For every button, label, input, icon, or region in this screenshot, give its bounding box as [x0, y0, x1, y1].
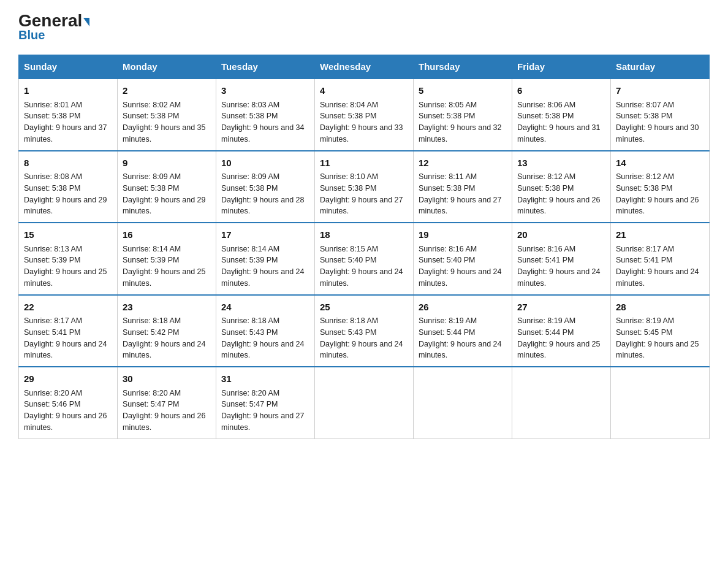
calendar-day-cell: 20 Sunrise: 8:16 AMSunset: 5:41 PMDaylig…: [512, 223, 611, 295]
day-number: 14: [616, 156, 704, 170]
day-info: Sunrise: 8:05 AMSunset: 5:38 PMDaylight:…: [419, 101, 502, 144]
calendar-day-cell: 24 Sunrise: 8:18 AMSunset: 5:43 PMDaylig…: [216, 295, 315, 367]
calendar-day-cell: 17 Sunrise: 8:14 AMSunset: 5:39 PMDaylig…: [216, 223, 315, 295]
day-info: Sunrise: 8:13 AMSunset: 5:39 PMDaylight:…: [24, 245, 107, 288]
calendar-day-cell: 29 Sunrise: 8:20 AMSunset: 5:46 PMDaylig…: [19, 367, 118, 439]
calendar-header-row: SundayMondayTuesdayWednesdayThursdayFrid…: [19, 55, 710, 79]
day-info: Sunrise: 8:08 AMSunset: 5:38 PMDaylight:…: [24, 172, 107, 215]
day-number: 1: [24, 84, 112, 98]
logo: General Blue: [18, 12, 89, 42]
calendar-day-cell: 11 Sunrise: 8:10 AMSunset: 5:38 PMDaylig…: [315, 151, 414, 223]
day-info: Sunrise: 8:07 AMSunset: 5:38 PMDaylight:…: [616, 101, 699, 144]
calendar-day-cell: 23 Sunrise: 8:18 AMSunset: 5:42 PMDaylig…: [118, 295, 216, 367]
day-number: 11: [320, 156, 408, 170]
calendar-day-cell: 25 Sunrise: 8:18 AMSunset: 5:43 PMDaylig…: [315, 295, 414, 367]
calendar-day-cell: 4 Sunrise: 8:04 AMSunset: 5:38 PMDayligh…: [315, 79, 414, 151]
calendar-day-cell: 26 Sunrise: 8:19 AMSunset: 5:44 PMDaylig…: [414, 295, 512, 367]
day-info: Sunrise: 8:19 AMSunset: 5:45 PMDaylight:…: [616, 316, 699, 359]
day-number: 20: [517, 228, 605, 242]
day-number: 22: [24, 301, 112, 315]
day-info: Sunrise: 8:04 AMSunset: 5:38 PMDaylight:…: [320, 101, 403, 144]
day-info: Sunrise: 8:16 AMSunset: 5:40 PMDaylight:…: [419, 245, 502, 288]
day-number: 29: [24, 372, 112, 386]
calendar-day-cell: 3 Sunrise: 8:03 AMSunset: 5:38 PMDayligh…: [216, 79, 315, 151]
calendar-day-cell: 14 Sunrise: 8:12 AMSunset: 5:38 PMDaylig…: [611, 151, 710, 223]
day-number: 18: [320, 228, 408, 242]
day-number: 27: [517, 301, 605, 315]
calendar-day-cell: 10 Sunrise: 8:09 AMSunset: 5:38 PMDaylig…: [216, 151, 315, 223]
calendar-week-row: 15 Sunrise: 8:13 AMSunset: 5:39 PMDaylig…: [19, 223, 710, 295]
day-number: 2: [123, 84, 211, 98]
day-info: Sunrise: 8:17 AMSunset: 5:41 PMDaylight:…: [616, 245, 699, 288]
page-header: General Blue: [18, 12, 710, 42]
calendar-day-cell: 9 Sunrise: 8:09 AMSunset: 5:38 PMDayligh…: [118, 151, 216, 223]
calendar-day-cell: 28 Sunrise: 8:19 AMSunset: 5:45 PMDaylig…: [611, 295, 710, 367]
col-header-sunday: Sunday: [19, 55, 118, 79]
calendar-day-cell: 5 Sunrise: 8:05 AMSunset: 5:38 PMDayligh…: [414, 79, 512, 151]
day-info: Sunrise: 8:20 AMSunset: 5:46 PMDaylight:…: [24, 389, 107, 432]
calendar-week-row: 8 Sunrise: 8:08 AMSunset: 5:38 PMDayligh…: [19, 151, 710, 223]
day-info: Sunrise: 8:16 AMSunset: 5:41 PMDaylight:…: [517, 245, 601, 288]
day-number: 13: [517, 156, 605, 170]
calendar-day-cell: 18 Sunrise: 8:15 AMSunset: 5:40 PMDaylig…: [315, 223, 414, 295]
day-number: 15: [24, 228, 112, 242]
day-number: 25: [320, 301, 408, 315]
calendar-day-cell: 13 Sunrise: 8:12 AMSunset: 5:38 PMDaylig…: [512, 151, 611, 223]
day-number: 8: [24, 156, 112, 170]
day-info: Sunrise: 8:20 AMSunset: 5:47 PMDaylight:…: [123, 389, 206, 432]
calendar-week-row: 29 Sunrise: 8:20 AMSunset: 5:46 PMDaylig…: [19, 367, 710, 439]
calendar-day-cell: [315, 367, 414, 439]
day-number: 4: [320, 84, 408, 98]
calendar-day-cell: 6 Sunrise: 8:06 AMSunset: 5:38 PMDayligh…: [512, 79, 611, 151]
day-info: Sunrise: 8:12 AMSunset: 5:38 PMDaylight:…: [616, 172, 699, 215]
logo-text: General: [18, 12, 89, 29]
day-info: Sunrise: 8:09 AMSunset: 5:38 PMDaylight:…: [221, 172, 305, 215]
calendar-day-cell: [414, 367, 512, 439]
day-info: Sunrise: 8:10 AMSunset: 5:38 PMDaylight:…: [320, 172, 403, 215]
calendar-table: SundayMondayTuesdayWednesdayThursdayFrid…: [18, 55, 710, 439]
col-header-tuesday: Tuesday: [216, 55, 315, 79]
calendar-body: 1 Sunrise: 8:01 AMSunset: 5:38 PMDayligh…: [19, 79, 710, 439]
day-info: Sunrise: 8:14 AMSunset: 5:39 PMDaylight:…: [221, 245, 305, 288]
calendar-week-row: 22 Sunrise: 8:17 AMSunset: 5:41 PMDaylig…: [19, 295, 710, 367]
logo-blue-text: Blue: [18, 28, 45, 42]
day-number: 16: [123, 228, 211, 242]
day-info: Sunrise: 8:09 AMSunset: 5:38 PMDaylight:…: [123, 172, 206, 215]
calendar-day-cell: 30 Sunrise: 8:20 AMSunset: 5:47 PMDaylig…: [118, 367, 216, 439]
day-number: 7: [616, 84, 704, 98]
day-number: 10: [221, 156, 309, 170]
day-number: 19: [419, 228, 507, 242]
day-number: 5: [419, 84, 507, 98]
calendar-day-cell: 1 Sunrise: 8:01 AMSunset: 5:38 PMDayligh…: [19, 79, 118, 151]
calendar-day-cell: 22 Sunrise: 8:17 AMSunset: 5:41 PMDaylig…: [19, 295, 118, 367]
day-number: 9: [123, 156, 211, 170]
col-header-monday: Monday: [118, 55, 216, 79]
day-number: 30: [123, 372, 211, 386]
calendar-day-cell: 15 Sunrise: 8:13 AMSunset: 5:39 PMDaylig…: [19, 223, 118, 295]
day-info: Sunrise: 8:03 AMSunset: 5:38 PMDaylight:…: [221, 101, 305, 144]
day-number: 31: [221, 372, 309, 386]
calendar-day-cell: 7 Sunrise: 8:07 AMSunset: 5:38 PMDayligh…: [611, 79, 710, 151]
day-info: Sunrise: 8:18 AMSunset: 5:42 PMDaylight:…: [123, 316, 206, 359]
col-header-thursday: Thursday: [414, 55, 512, 79]
day-info: Sunrise: 8:18 AMSunset: 5:43 PMDaylight:…: [320, 316, 403, 359]
day-info: Sunrise: 8:12 AMSunset: 5:38 PMDaylight:…: [517, 172, 601, 215]
calendar-day-cell: 21 Sunrise: 8:17 AMSunset: 5:41 PMDaylig…: [611, 223, 710, 295]
day-number: 24: [221, 301, 309, 315]
day-info: Sunrise: 8:18 AMSunset: 5:43 PMDaylight:…: [221, 316, 305, 359]
day-info: Sunrise: 8:11 AMSunset: 5:38 PMDaylight:…: [419, 172, 502, 215]
day-info: Sunrise: 8:01 AMSunset: 5:38 PMDaylight:…: [24, 101, 107, 144]
day-info: Sunrise: 8:20 AMSunset: 5:47 PMDaylight:…: [221, 389, 305, 432]
day-number: 6: [517, 84, 605, 98]
day-number: 23: [123, 301, 211, 315]
calendar-day-cell: 2 Sunrise: 8:02 AMSunset: 5:38 PMDayligh…: [118, 79, 216, 151]
col-header-saturday: Saturday: [611, 55, 710, 79]
col-header-wednesday: Wednesday: [315, 55, 414, 79]
day-number: 3: [221, 84, 309, 98]
day-number: 26: [419, 301, 507, 315]
calendar-day-cell: 12 Sunrise: 8:11 AMSunset: 5:38 PMDaylig…: [414, 151, 512, 223]
calendar-day-cell: 19 Sunrise: 8:16 AMSunset: 5:40 PMDaylig…: [414, 223, 512, 295]
day-number: 21: [616, 228, 704, 242]
calendar-day-cell: 31 Sunrise: 8:20 AMSunset: 5:47 PMDaylig…: [216, 367, 315, 439]
col-header-friday: Friday: [512, 55, 611, 79]
